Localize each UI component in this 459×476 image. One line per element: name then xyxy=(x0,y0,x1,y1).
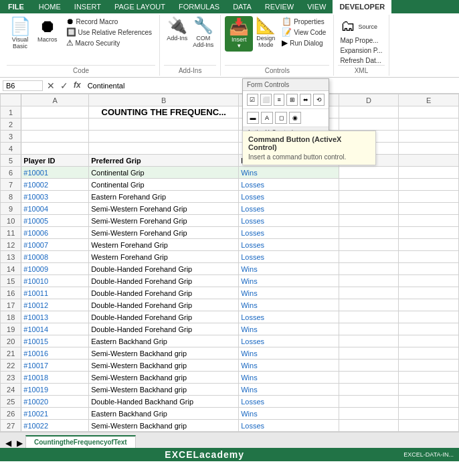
scroll-tabs-left[interactable]: ◀ xyxy=(3,439,14,448)
cell-a5[interactable]: Player ID xyxy=(21,155,89,167)
cell-grip-16[interactable]: Double-Handed Forehand Grip xyxy=(89,287,239,299)
cell-grip-22[interactable]: Semi-Western Backhand grip xyxy=(89,360,239,372)
cell-id-21[interactable]: #10016 xyxy=(21,347,89,360)
cell-result-10[interactable]: Losses xyxy=(239,215,339,227)
cell-d-16[interactable] xyxy=(339,287,399,299)
cell-result-22[interactable]: Wins xyxy=(239,360,339,372)
col-header-a[interactable]: A xyxy=(21,94,89,106)
cell-grip-17[interactable]: Double-Handed Forehand Grip xyxy=(89,299,239,311)
properties-button[interactable]: 📋 Properties xyxy=(280,16,328,27)
cell-grip-11[interactable]: Semi-Western Forehand Grip xyxy=(89,227,239,239)
cell-grip-19[interactable]: Double-Handed Forehand Grip xyxy=(89,323,239,335)
macro-security-button[interactable]: ⚠ Macro Security xyxy=(64,37,155,48)
cell-result-21[interactable]: Wins xyxy=(239,347,339,360)
cell-e-7[interactable] xyxy=(399,179,459,191)
col-header-e[interactable]: E xyxy=(399,94,459,106)
cell-grip-27[interactable]: Semi-Western Backhand grip xyxy=(89,420,239,432)
design-mode-button[interactable]: 📐 DesignMode xyxy=(253,16,278,50)
cell-e-20[interactable] xyxy=(399,335,459,347)
cell-id-17[interactable]: #10012 xyxy=(21,299,89,311)
cell-e-10[interactable] xyxy=(399,215,459,227)
cell-grip-14[interactable]: Double-Handed Forehand Grip xyxy=(89,263,239,275)
sheet-tab-counting[interactable]: CountingtheFrequencyofText xyxy=(25,435,136,448)
tab-review[interactable]: REVIEW xyxy=(258,0,300,13)
cell-e-27[interactable] xyxy=(399,420,459,432)
cell-e-13[interactable] xyxy=(399,251,459,263)
tab-developer[interactable]: DEVELOPER xyxy=(333,0,391,13)
cell-e-6[interactable] xyxy=(399,167,459,179)
cell-grip-21[interactable]: Semi-Western Backhand grip xyxy=(89,347,239,360)
confirm-formula-icon[interactable]: ✓ xyxy=(59,80,70,91)
cell-result-8[interactable]: Losses xyxy=(239,191,339,203)
cell-e5[interactable] xyxy=(399,155,459,167)
relative-references-button[interactable]: 🔲 Use Relative References xyxy=(64,27,155,37)
com-add-ins-button[interactable]: 🔧 COMAdd-Ins xyxy=(190,16,216,50)
cell-id-14[interactable]: #10009 xyxy=(21,263,89,275)
cell-e3[interactable] xyxy=(399,131,459,143)
cell-result-25[interactable]: Losses xyxy=(239,396,339,408)
cell-grip-9[interactable]: Semi-Western Forehand Grip xyxy=(89,203,239,215)
cell-a3[interactable] xyxy=(21,131,89,143)
cell-grip-8[interactable]: Eastern Forehand Grip xyxy=(89,191,239,203)
cell-d-8[interactable] xyxy=(339,191,399,203)
cell-e-26[interactable] xyxy=(399,408,459,420)
groupbox-icon[interactable]: ◻ xyxy=(275,112,287,124)
cell-d-17[interactable] xyxy=(339,299,399,311)
cell-result-14[interactable]: Wins xyxy=(239,263,339,275)
cell-e-23[interactable] xyxy=(399,372,459,384)
combo-icon[interactable]: ⊞ xyxy=(286,94,298,106)
cell-d-13[interactable] xyxy=(339,251,399,263)
cell-result-24[interactable]: Wins xyxy=(239,384,339,396)
cell-result-12[interactable]: Losses xyxy=(239,239,339,251)
cell-result-19[interactable]: Wins xyxy=(239,323,339,335)
cell-grip-12[interactable]: Western Forehand Grip xyxy=(89,239,239,251)
cell-result-16[interactable]: Wins xyxy=(239,287,339,299)
cell-result-6[interactable]: Wins xyxy=(239,167,339,179)
cell-d-25[interactable] xyxy=(339,396,399,408)
cell-id-22[interactable]: #10017 xyxy=(21,360,89,372)
cell-e-24[interactable] xyxy=(399,384,459,396)
cell-id-8[interactable]: #10003 xyxy=(21,191,89,203)
listbox-icon[interactable]: ≡ xyxy=(274,94,285,106)
cell-b4[interactable] xyxy=(89,143,239,155)
record-macro-button[interactable]: ⏺ Record Macro xyxy=(64,16,155,27)
cell-d-11[interactable] xyxy=(339,227,399,239)
cell-e-15[interactable] xyxy=(399,275,459,287)
cell-e-8[interactable] xyxy=(399,191,459,203)
cell-d-22[interactable] xyxy=(339,360,399,372)
cell-a2[interactable] xyxy=(21,118,89,131)
cell-id-6[interactable]: #10001 xyxy=(21,167,89,179)
cell-d-19[interactable] xyxy=(339,323,399,335)
cell-e-9[interactable] xyxy=(399,203,459,215)
cell-id-20[interactable]: #10015 xyxy=(21,335,89,347)
visual-basic-button[interactable]: 📄 VisualBasic xyxy=(7,16,33,51)
cell-a4[interactable] xyxy=(21,143,89,155)
cell-d-18[interactable] xyxy=(339,311,399,323)
cell-d-12[interactable] xyxy=(339,239,399,251)
scroll-tabs-right[interactable]: ▶ xyxy=(14,439,25,448)
cell-grip-15[interactable]: Double-Handed Forehand Grip xyxy=(89,275,239,287)
tab-page-layout[interactable]: PAGE LAYOUT xyxy=(108,0,172,13)
cell-e-21[interactable] xyxy=(399,347,459,360)
cell-id-12[interactable]: #10007 xyxy=(21,239,89,251)
checkbox-icon[interactable]: ☑ xyxy=(247,94,258,106)
cancel-formula-icon[interactable]: ✕ xyxy=(45,80,56,91)
tab-data[interactable]: DATA xyxy=(226,0,258,13)
cell-e2[interactable] xyxy=(399,118,459,131)
macros-button[interactable]: ⏺ Macros xyxy=(35,16,60,44)
expansion-button[interactable]: Expansion P... xyxy=(338,46,384,55)
cell-id-15[interactable]: #10010 xyxy=(21,275,89,287)
insert-function-icon[interactable]: fx xyxy=(72,80,82,91)
cell-e-17[interactable] xyxy=(399,299,459,311)
cell-b2[interactable] xyxy=(89,118,239,131)
cell-result-11[interactable]: Losses xyxy=(239,227,339,239)
cell-result-15[interactable]: Wins xyxy=(239,275,339,287)
form-controls-icons[interactable]: ☑ ⬜ ≡ ⊞ ⬌ ⟲ xyxy=(243,91,329,109)
cell-result-7[interactable]: Losses xyxy=(239,179,339,191)
cell-d-10[interactable] xyxy=(339,215,399,227)
cell-e-14[interactable] xyxy=(399,263,459,275)
cell-id-25[interactable]: #10020 xyxy=(21,396,89,408)
tab-file[interactable]: FILE xyxy=(0,0,32,13)
cell-id-19[interactable]: #10014 xyxy=(21,323,89,335)
cell-e-19[interactable] xyxy=(399,323,459,335)
